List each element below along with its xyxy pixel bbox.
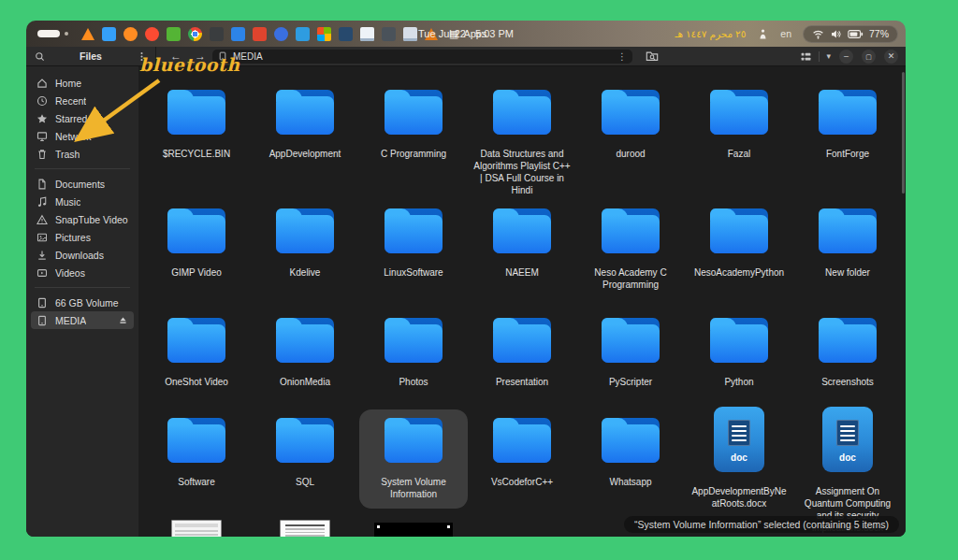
file-label: System Volume Information (365, 476, 462, 500)
folder-item-kdelive[interactable]: Kdelive (270, 200, 340, 287)
kdenlive-icon[interactable] (167, 27, 181, 41)
file-label: OnionMedia (280, 376, 330, 388)
sidebar-item-videos[interactable]: Videos (31, 264, 134, 281)
edge-app-icon[interactable] (339, 27, 353, 41)
sidebar-item-documents[interactable]: Documents (31, 175, 134, 193)
folder-item-whatsapp[interactable]: Whatsapp (596, 409, 665, 496)
reader-app-icon[interactable] (403, 27, 417, 41)
terminal-icon[interactable] (210, 27, 224, 41)
folder-item-software[interactable]: Software (162, 409, 231, 496)
window-title: Files (80, 50, 102, 62)
keyboard-layout-indicator[interactable]: en (780, 28, 791, 39)
sidebar-item-label: Network (55, 131, 92, 142)
battery-percent-label: 77% (869, 28, 889, 39)
network-icon (36, 131, 48, 142)
file-item-thumbnail[interactable] (369, 511, 458, 537)
chrome-icon[interactable] (188, 27, 202, 41)
grid-cell: Whatsapp (576, 409, 685, 511)
file-label: Fazal (728, 148, 750, 160)
sidebar-item-starred[interactable]: Starred (31, 109, 134, 127)
sidebar-item-network[interactable]: Network (31, 127, 134, 145)
folder-item-python[interactable]: Python (704, 309, 774, 396)
folder-item--recycle-bin[interactable]: $RECYCLE.BIN (157, 81, 236, 168)
folder-item-oneshot-video[interactable]: OneShot Video (159, 309, 234, 396)
volume-icon (830, 28, 842, 40)
folder-item-photos[interactable]: Photos (379, 309, 448, 396)
sidebar-item-recent[interactable]: Recent (31, 92, 134, 109)
firefox-icon[interactable] (123, 27, 138, 41)
hijri-date-label[interactable]: ٢٥ محرم ١٤٤٧ هـ (675, 28, 746, 39)
scrollbar[interactable] (902, 72, 905, 194)
sidebar-item-66-gb-volume[interactable]: 66 GB Volume (31, 294, 134, 311)
view-toggle-button[interactable] (800, 50, 812, 63)
maximize-button[interactable]: ▢ (862, 50, 876, 64)
folder-item-fontforge[interactable]: FontForge (813, 81, 882, 168)
sidebar: HomeRecentStarredNetworkTrashDocumentsMu… (26, 66, 138, 537)
file-item-thumbnail[interactable] (166, 511, 227, 537)
grid-cell: System Volume Information (359, 409, 468, 511)
folder-item-vscodeforc-[interactable]: VsCodeforC++ (486, 409, 559, 496)
folder-item-gimp-video[interactable]: GIMP Video (162, 200, 231, 287)
folder-item-nesoacademypython[interactable]: NesoAcademyPython (689, 200, 790, 287)
folder-item-data-structures-and-algorithms-playlist-[interactable]: Data Structures and Algorithms Playlist … (468, 81, 576, 205)
stack-app-icon[interactable] (296, 27, 310, 41)
vlc-icon[interactable] (81, 28, 94, 40)
sidebar-item-media[interactable]: MEDIA (31, 311, 134, 329)
file-label: Screenshots (821, 376, 874, 388)
appimage-icon[interactable] (253, 27, 267, 41)
folder-item-c-programming[interactable]: C Programming (375, 81, 452, 168)
grid-cell: PyScripter (576, 309, 685, 409)
minimize-button[interactable]: – (839, 50, 853, 64)
folder-icon (710, 318, 768, 363)
close-button[interactable]: ✕ (884, 50, 898, 64)
folder-icon (385, 318, 443, 363)
folder-item-screenshots[interactable]: Screenshots (813, 309, 882, 396)
folder-item-new-folder[interactable]: New folder (813, 200, 882, 287)
grid-cell (359, 511, 468, 537)
path-menu-icon[interactable]: ⋮ (617, 51, 627, 62)
path-bar[interactable]: MEDIA ⋮ (212, 50, 632, 64)
sidebar-item-snaptube-video[interactable]: SnapTube Video (31, 210, 134, 228)
search-icon[interactable] (35, 51, 45, 62)
sidebar-item-downloads[interactable]: Downloads (31, 246, 134, 264)
gnucash-app-icon[interactable] (382, 27, 396, 41)
file-item-thumbnail[interactable] (274, 511, 336, 537)
folder-search-button[interactable] (646, 50, 659, 63)
brave-icon[interactable] (145, 27, 159, 41)
system-tray[interactable]: 77% (803, 25, 898, 43)
vscode-icon[interactable] (231, 27, 245, 41)
accessibility-icon[interactable] (757, 28, 769, 40)
workspace-dot-icon (65, 32, 68, 36)
doc-badge: doc (839, 452, 856, 463)
folder-item-pyscripter[interactable]: PyScripter (596, 309, 665, 396)
file-item-appdevelopmentbyneatroots-docx[interactable]: docAppDevelopmentByNeatRoots.docx (685, 409, 793, 518)
folder-item-neso-academy-c-programming[interactable]: Neso Academy C Programming (576, 200, 685, 299)
folder-item-presentation[interactable]: Presentation (487, 309, 557, 396)
office-icon[interactable] (317, 27, 331, 41)
files-app-icon[interactable] (102, 27, 116, 41)
file-label: Data Structures and Algorithms Playlist … (473, 148, 571, 196)
folder-item-fazal[interactable]: Fazal (704, 81, 774, 168)
warning-icon (36, 214, 48, 225)
sidebar-item-music[interactable]: Music (31, 193, 134, 210)
writer-app-icon[interactable] (360, 27, 374, 41)
folder-item-system-volume-information[interactable]: System Volume Information (359, 409, 468, 509)
folder-item-onionmedia[interactable]: OnionMedia (270, 309, 340, 396)
folder-item-linuxsoftware[interactable]: LinuxSoftware (378, 200, 448, 287)
folder-icon (602, 208, 660, 253)
sidebar-item-home[interactable]: Home (31, 74, 134, 92)
folder-item-durood[interactable]: durood (596, 81, 665, 168)
folder-item-appdevelopment[interactable]: AppDevelopment (264, 81, 347, 168)
sidebar-item-pictures[interactable]: Pictures (31, 228, 134, 246)
folder-item-sql[interactable]: SQL (270, 409, 340, 496)
sidebar-item-trash[interactable]: Trash (31, 145, 134, 163)
activities-indicator[interactable] (37, 30, 68, 37)
eject-icon[interactable] (118, 315, 128, 325)
clock[interactable]: Tue Jul 22 5:03 PM (418, 28, 514, 39)
folder-icon (493, 318, 551, 363)
workspace-pill-icon (37, 30, 60, 37)
blue-a-app-icon[interactable] (274, 27, 288, 41)
view-options-chevron-icon[interactable]: ▾ (826, 51, 831, 61)
folder-icon (602, 318, 660, 363)
folder-item-naeem[interactable]: NAEEM (487, 200, 557, 287)
